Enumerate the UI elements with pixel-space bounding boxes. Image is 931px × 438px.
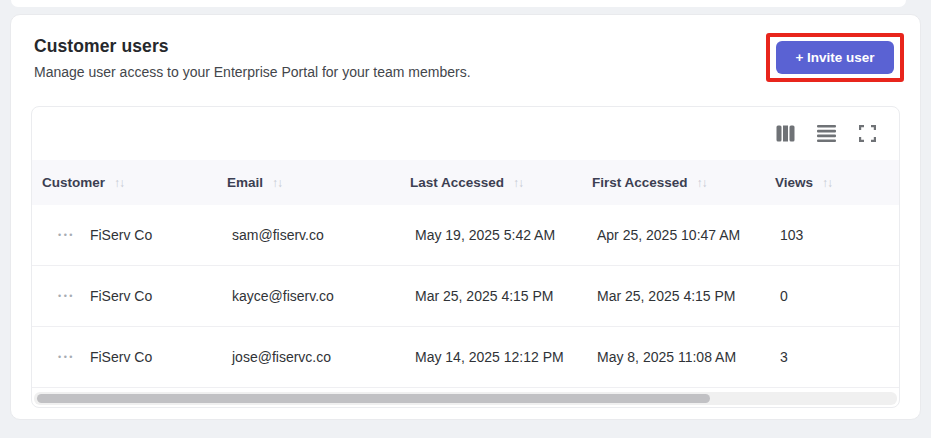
- column-header-label: First Accessed: [592, 175, 688, 190]
- ellipsis-icon: •••: [58, 291, 75, 301]
- customer-name: FiServ Co: [90, 288, 152, 304]
- cell-last-accessed: Mar 25, 2025 4:15 PM: [400, 288, 582, 304]
- card-header: Customer users Manage user access to you…: [11, 15, 920, 82]
- columns-icon: [776, 125, 795, 142]
- cell-customer: ••• FiServ Co: [32, 227, 217, 243]
- table-row: ••• FiServ Co jose@fiservc.co May 14, 20…: [32, 327, 899, 388]
- cell-views: 3: [765, 349, 899, 365]
- rows-icon: [817, 125, 836, 142]
- horizontal-scrollbar-thumb[interactable]: [37, 394, 710, 403]
- invite-user-button[interactable]: + Invite user: [776, 41, 894, 74]
- sort-icon[interactable]: ↑↓: [697, 176, 707, 190]
- column-header[interactable]: Customer ↑↓: [32, 175, 217, 190]
- column-header-label: Email: [227, 175, 263, 190]
- cell-email: jose@fiservc.co: [217, 349, 400, 365]
- row-menu-button[interactable]: •••: [58, 353, 75, 362]
- fullscreen-button[interactable]: [857, 124, 877, 144]
- users-table-panel: Customer ↑↓ Email ↑↓ Last Accessed ↑↓ Fi…: [31, 106, 900, 408]
- page-title: Customer users: [34, 36, 471, 57]
- cell-views: 103: [765, 227, 899, 243]
- card-header-text: Customer users Manage user access to you…: [34, 36, 471, 80]
- cell-first-accessed: Mar 25, 2025 4:15 PM: [582, 288, 765, 304]
- column-header[interactable]: Email ↑↓: [217, 175, 400, 190]
- cell-first-accessed: Apr 25, 2025 10:47 AM: [582, 227, 765, 243]
- row-menu-button[interactable]: •••: [58, 292, 75, 301]
- customer-name: FiServ Co: [90, 227, 152, 243]
- cell-last-accessed: May 19, 2025 5:42 AM: [400, 227, 582, 243]
- ellipsis-icon: •••: [58, 352, 75, 362]
- sort-icon[interactable]: ↑↓: [822, 176, 832, 190]
- fullscreen-icon: [859, 125, 876, 142]
- sort-icon[interactable]: ↑↓: [114, 176, 124, 190]
- sort-icon[interactable]: ↑↓: [272, 176, 282, 190]
- table-body: ••• FiServ Co sam@fiserv.co May 19, 2025…: [32, 205, 899, 388]
- table-header-row: Customer ↑↓ Email ↑↓ Last Accessed ↑↓ Fi…: [32, 160, 899, 205]
- row-menu-button[interactable]: •••: [58, 231, 75, 240]
- cell-email: sam@fiserv.co: [217, 227, 400, 243]
- row-density-button[interactable]: [816, 124, 836, 144]
- cell-customer: ••• FiServ Co: [32, 349, 217, 365]
- annotation-highlight-box: + Invite user: [766, 33, 904, 82]
- column-header-label: Views: [775, 175, 813, 190]
- columns-view-button[interactable]: [775, 124, 795, 144]
- page-background: { "header": { "title": "Customer users",…: [0, 0, 931, 438]
- column-header[interactable]: Last Accessed ↑↓: [400, 175, 582, 190]
- cell-last-accessed: May 14, 2025 12:12 PM: [400, 349, 582, 365]
- cell-first-accessed: May 8, 2025 11:08 AM: [582, 349, 765, 365]
- horizontal-scrollbar-track[interactable]: [34, 392, 897, 405]
- cell-views: 0: [765, 288, 899, 304]
- cell-email: kayce@fiserv.co: [217, 288, 400, 304]
- table-row: ••• FiServ Co sam@fiserv.co May 19, 2025…: [32, 205, 899, 266]
- ellipsis-icon: •••: [58, 230, 75, 240]
- table-toolbar: [32, 107, 899, 160]
- column-header-label: Last Accessed: [410, 175, 504, 190]
- column-header[interactable]: Views ↑↓: [765, 175, 899, 190]
- customer-name: FiServ Co: [90, 349, 152, 365]
- page-subtitle: Manage user access to your Enterprise Po…: [34, 64, 471, 80]
- previous-card-bottom-edge: [11, 0, 906, 7]
- column-header-label: Customer: [42, 175, 105, 190]
- table-row: ••• FiServ Co kayce@fiserv.co Mar 25, 20…: [32, 266, 899, 327]
- cell-customer: ••• FiServ Co: [32, 288, 217, 304]
- sort-icon[interactable]: ↑↓: [513, 176, 523, 190]
- customer-users-card: Customer users Manage user access to you…: [10, 14, 921, 420]
- column-header[interactable]: First Accessed ↑↓: [582, 175, 765, 190]
